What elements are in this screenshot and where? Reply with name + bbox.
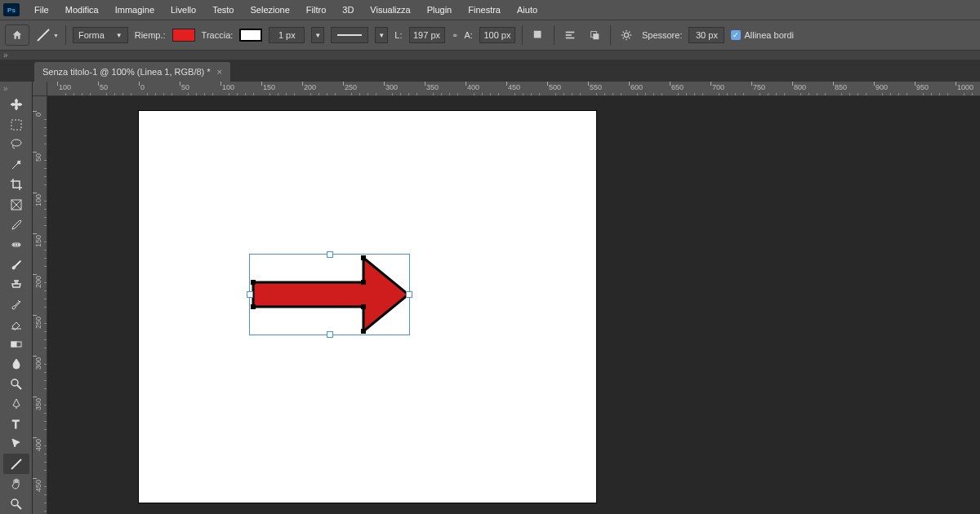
line-tool[interactable]: [3, 454, 29, 473]
height-label: A:: [465, 30, 473, 40]
svg-rect-3: [566, 34, 572, 36]
stroke-width-input[interactable]: [269, 27, 305, 43]
stroke-style-dropdown[interactable]: ▼: [375, 27, 388, 43]
svg-point-14: [13, 244, 15, 246]
align-edges-checkbox[interactable]: ✓: [731, 30, 741, 40]
svg-point-24: [11, 499, 18, 506]
document-tab-title: Senza titolo-1 @ 100% (Linea 1, RGB/8) *: [42, 67, 211, 77]
width-label: L:: [394, 30, 402, 40]
app-logo: Ps: [3, 3, 20, 16]
menu-livello[interactable]: Livello: [163, 2, 204, 18]
svg-rect-2: [566, 32, 575, 33]
frame-tool[interactable]: [3, 194, 29, 214]
svg-point-20: [11, 379, 18, 386]
canvas-area[interactable]: 1005005010015020025030035040045050055060…: [33, 82, 980, 514]
svg-rect-19: [11, 342, 16, 347]
eyedropper-tool[interactable]: [3, 215, 29, 234]
thickness-label: Spessore:: [642, 30, 683, 40]
clone-stamp-tool[interactable]: [3, 274, 29, 294]
menu-testo[interactable]: Testo: [204, 2, 242, 18]
menu-selezione[interactable]: Selezione: [242, 2, 297, 18]
tool-mode-select[interactable]: Forma ▼: [73, 27, 128, 43]
hand-tool[interactable]: [3, 474, 29, 494]
transform-handle-top[interactable]: [327, 251, 333, 258]
menu-visualizza[interactable]: Visualizza: [362, 2, 418, 18]
svg-point-9: [11, 140, 21, 146]
path-arrange-button[interactable]: [586, 27, 604, 43]
svg-point-16: [18, 244, 20, 246]
type-tool[interactable]: T: [3, 414, 29, 434]
height-input[interactable]: [479, 27, 515, 43]
svg-line-0: [38, 29, 49, 41]
transform-handle-right[interactable]: [406, 291, 412, 298]
eraser-tool[interactable]: [3, 314, 29, 334]
home-button[interactable]: [5, 24, 29, 46]
gear-icon[interactable]: [617, 27, 635, 43]
stroke-style-select[interactable]: [331, 27, 368, 43]
thickness-input[interactable]: [688, 27, 724, 43]
zoom-tool[interactable]: [3, 494, 29, 513]
dodge-tool[interactable]: [3, 374, 29, 394]
stroke-label: Traccia:: [202, 30, 234, 40]
path-selection-tool[interactable]: [3, 434, 29, 454]
panel-collapse-strip[interactable]: »: [0, 51, 980, 60]
move-tool[interactable]: [3, 95, 29, 114]
svg-point-7: [624, 33, 628, 37]
svg-rect-4: [566, 38, 575, 39]
svg-rect-6: [593, 33, 599, 39]
menu-file[interactable]: File: [26, 2, 57, 18]
svg-line-21: [17, 385, 21, 389]
artboard[interactable]: [139, 111, 596, 503]
stroke-width-dropdown[interactable]: ▼: [311, 27, 324, 43]
toolbox-collapse[interactable]: »: [0, 84, 8, 93]
options-bar: ▼ Forma ▼ Riemp.: Traccia: ▼ ▼ L: ⚭ A: S…: [0, 20, 980, 51]
transform-bounds[interactable]: [249, 254, 410, 335]
close-tab-icon[interactable]: ×: [217, 67, 222, 77]
svg-line-23: [11, 459, 21, 469]
svg-line-25: [17, 505, 21, 509]
link-wh-icon[interactable]: ⚭: [452, 31, 458, 40]
menu-plugin[interactable]: Plugin: [419, 2, 461, 18]
fill-label: Riemp.:: [135, 30, 166, 40]
brush-tool[interactable]: [3, 255, 29, 274]
marquee-tool[interactable]: [3, 114, 29, 134]
document-tab-bar: Senza titolo-1 @ 100% (Linea 1, RGB/8) *…: [0, 60, 980, 82]
svg-point-15: [16, 244, 17, 246]
menu-modifica[interactable]: Modifica: [57, 2, 107, 18]
history-brush-tool[interactable]: [3, 295, 29, 314]
lasso-tool[interactable]: [3, 135, 29, 154]
horizontal-ruler[interactable]: 1005005010015020025030035040045050055060…: [47, 82, 980, 96]
path-operations-button[interactable]: [529, 27, 547, 43]
menu-bar: Ps FileModificaImmagineLivelloTestoSelez…: [0, 0, 980, 20]
transform-handle-left[interactable]: [247, 291, 253, 298]
menu-finestra[interactable]: Finestra: [460, 2, 509, 18]
tool-preset-picker[interactable]: ▼: [36, 26, 59, 44]
svg-text:T: T: [12, 418, 20, 431]
blur-tool[interactable]: [3, 354, 29, 374]
menu-immagine[interactable]: Immagine: [107, 2, 163, 18]
svg-rect-1: [534, 31, 541, 38]
fill-color-swatch[interactable]: [172, 29, 195, 42]
menu-aiuto[interactable]: Aiuto: [509, 2, 546, 18]
vertical-ruler[interactable]: 050100150200250300350400450500: [33, 96, 47, 514]
magic-wand-tool[interactable]: [3, 154, 29, 174]
ruler-origin[interactable]: [33, 82, 47, 96]
transform-handle-bottom[interactable]: [327, 331, 333, 338]
svg-rect-8: [11, 120, 21, 130]
menu-filtro[interactable]: Filtro: [298, 2, 334, 18]
width-input[interactable]: [409, 27, 445, 43]
stroke-color-swatch[interactable]: [239, 29, 262, 42]
gradient-tool[interactable]: [3, 335, 29, 354]
menu-3d[interactable]: 3D: [334, 2, 362, 18]
toolbox: » T: [0, 82, 33, 514]
align-edges-label: Allinea bordi: [744, 30, 794, 40]
path-align-button[interactable]: [561, 27, 579, 43]
pen-tool[interactable]: [3, 394, 29, 414]
crop-tool[interactable]: [3, 175, 29, 194]
document-tab[interactable]: Senza titolo-1 @ 100% (Linea 1, RGB/8) *…: [34, 62, 230, 82]
tool-mode-label: Forma: [78, 30, 105, 40]
healing-brush-tool[interactable]: [3, 234, 29, 254]
